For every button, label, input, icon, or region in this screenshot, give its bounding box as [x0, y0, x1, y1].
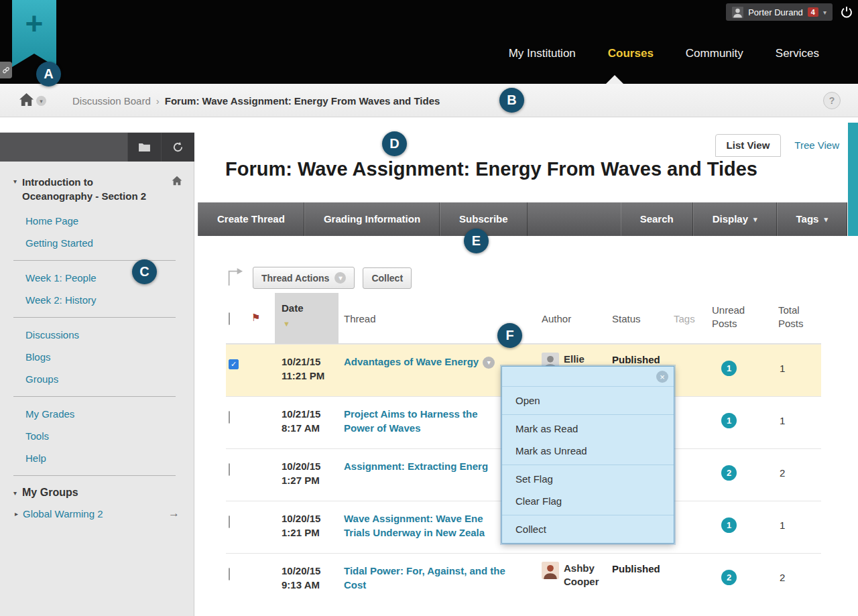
row-checkbox[interactable] — [229, 411, 230, 424]
row-checkbox[interactable] — [229, 568, 230, 580]
annotation-d: D — [382, 131, 407, 156]
menu-item-set-flag[interactable]: Set Flag — [502, 468, 674, 490]
menu-item-collect[interactable]: Collect — [502, 518, 674, 540]
create-thread-button[interactable]: Create Thread — [198, 202, 304, 236]
user-avatar — [732, 7, 743, 18]
total-posts: 2 — [768, 449, 821, 501]
nav-my-institution[interactable]: My Institution — [509, 47, 576, 60]
chevron-down-icon: ▾ — [334, 272, 346, 284]
arrow-right-icon: → — [168, 507, 180, 520]
sidebar-item-discussions[interactable]: Discussions — [13, 324, 182, 346]
unread-count-badge[interactable]: 2 — [721, 570, 737, 585]
refresh-button[interactable] — [161, 133, 194, 162]
total-posts: 2 — [768, 554, 821, 605]
breadcrumb-home-button[interactable]: ▾ — [19, 93, 46, 107]
row-checkbox[interactable] — [229, 463, 230, 476]
notification-badge: 4 — [808, 7, 818, 17]
sidebar-item-groups[interactable]: Groups — [13, 368, 182, 390]
tags-menu-button[interactable]: Tags▾ — [777, 202, 847, 236]
menu-item-mark-as-unread[interactable]: Mark as Unread — [502, 440, 674, 462]
flag-cell — [251, 501, 275, 553]
nav-community[interactable]: Community — [686, 47, 743, 60]
context-menu-header: × — [502, 367, 674, 387]
home-icon — [172, 176, 182, 186]
unread-count-badge[interactable]: 2 — [721, 465, 737, 481]
total-posts: 1 — [768, 345, 821, 396]
global-nav: My Institution Courses Community Service… — [509, 47, 819, 60]
thread-actions-button[interactable]: Thread Actions ▾ — [253, 267, 355, 289]
logout-button[interactable] — [840, 5, 853, 19]
tags-cell — [674, 397, 704, 448]
tags-cell — [674, 449, 704, 501]
column-header-date[interactable]: Date ▼ — [275, 293, 339, 344]
table-header-row: ⚑ Date ▼ Thread Author Status Tags Unrea… — [226, 293, 821, 344]
sidebar-item-blogs[interactable]: Blogs — [13, 346, 182, 368]
my-groups-title: My Groups — [22, 487, 78, 499]
sidebar-item-week2[interactable]: Week 2: History — [13, 289, 182, 311]
thread-link[interactable]: Wave Assignment: Wave Ene Trials Underwa… — [344, 513, 485, 538]
tab-list-view[interactable]: List View — [715, 134, 782, 157]
course-sidebar: ▾ Introduction to Oceanography - Section… — [0, 132, 194, 616]
column-header-unread-posts[interactable]: Unread Posts — [704, 293, 768, 344]
thread-link[interactable]: Project Aims to Harness the Power of Wav… — [344, 408, 478, 434]
group-link-label: Global Warming 2 — [23, 508, 103, 519]
menu-item-mark-as-read[interactable]: Mark as Read — [502, 418, 674, 440]
sort-descending-icon[interactable]: ▼ — [283, 320, 339, 328]
select-all-checkbox[interactable] — [229, 312, 230, 325]
flag-column-icon[interactable]: ⚑ — [251, 293, 275, 344]
add-module-tab[interactable]: + — [12, 0, 56, 67]
context-menu-group: Collect — [502, 515, 674, 543]
sidebar-item-home-page[interactable]: Home Page — [13, 210, 182, 232]
close-icon[interactable]: × — [656, 371, 668, 383]
annotation-e: E — [464, 229, 489, 253]
thread-link[interactable]: Tidal Power: For, Against, and the Cost — [344, 565, 505, 591]
forum-action-bar: Create Thread Grading Information Subscr… — [198, 202, 847, 236]
tab-tree-view[interactable]: Tree View — [794, 139, 839, 157]
grading-information-button[interactable]: Grading Information — [304, 202, 440, 236]
unread-count-badge[interactable]: 1 — [721, 361, 737, 376]
collect-button[interactable]: Collect — [363, 267, 412, 289]
collapse-folder-button[interactable] — [127, 133, 161, 162]
collapse-chevron-icon[interactable]: ▾ — [13, 175, 17, 203]
menu-item-open[interactable]: Open — [502, 389, 674, 412]
unread-cell: 2 — [704, 554, 768, 605]
search-button[interactable]: Search — [621, 202, 693, 236]
row-checkbox[interactable] — [229, 515, 230, 528]
sidebar-divider — [13, 317, 176, 318]
unread-count-badge[interactable]: 1 — [721, 413, 737, 428]
total-posts: 1 — [768, 397, 821, 448]
nav-courses[interactable]: Courses — [608, 47, 654, 60]
thread-options-chevron-icon[interactable]: ▾ — [483, 357, 495, 369]
course-menu: ▾ Introduction to Oceanography - Section… — [0, 162, 194, 526]
chevron-down-icon[interactable]: ▾ — [36, 96, 46, 106]
thread-link[interactable]: Assignment: Extracting Energ — [344, 460, 488, 472]
breadcrumb-discussion-board[interactable]: Discussion Board — [72, 95, 151, 107]
breadcrumb-current: Forum: Wave Assignment: Energy From Wave… — [165, 95, 440, 107]
menu-item-clear-flag[interactable]: Clear Flag — [502, 490, 674, 512]
row-checkbox[interactable]: ✓ — [229, 359, 239, 369]
view-switcher: List View Tree View — [715, 134, 839, 157]
sidebar-item-help[interactable]: Help — [13, 447, 182, 469]
column-header-total-posts[interactable]: Total Posts — [768, 293, 821, 344]
user-menu[interactable]: Porter Durand 4 ▾ — [726, 3, 833, 21]
sidebar-item-week1[interactable]: Week 1: People — [13, 267, 182, 289]
my-groups-header: ▾ My Groups — [13, 487, 182, 499]
unread-count-badge[interactable]: 1 — [721, 517, 737, 533]
sidebar-item-tools[interactable]: Tools — [13, 425, 182, 447]
help-button[interactable]: ? — [823, 92, 841, 109]
collapse-chevron-icon[interactable]: ▾ — [13, 487, 17, 499]
course-home-button[interactable] — [172, 175, 182, 203]
column-header-status[interactable]: Status — [607, 293, 674, 344]
nav-services[interactable]: Services — [776, 47, 819, 60]
flag-cell — [251, 397, 275, 448]
thread-link[interactable]: Advantages of Wave Energy — [344, 356, 479, 367]
sidebar-item-getting-started[interactable]: Getting Started — [13, 232, 182, 254]
display-menu-button[interactable]: Display▾ — [693, 202, 777, 236]
link-icon[interactable] — [0, 62, 12, 78]
sidebar-item-my-grades[interactable]: My Grades — [13, 403, 182, 425]
power-icon — [840, 5, 853, 19]
thread-context-menu: × Open Mark as Read Mark as Unread Set F… — [501, 366, 674, 544]
sidebar-item-global-warming-2[interactable]: ▸ Global Warming 2 → — [13, 501, 182, 526]
column-header-author[interactable]: Author — [536, 293, 607, 344]
list-toolbar: Thread Actions ▾ Collect — [226, 267, 412, 289]
